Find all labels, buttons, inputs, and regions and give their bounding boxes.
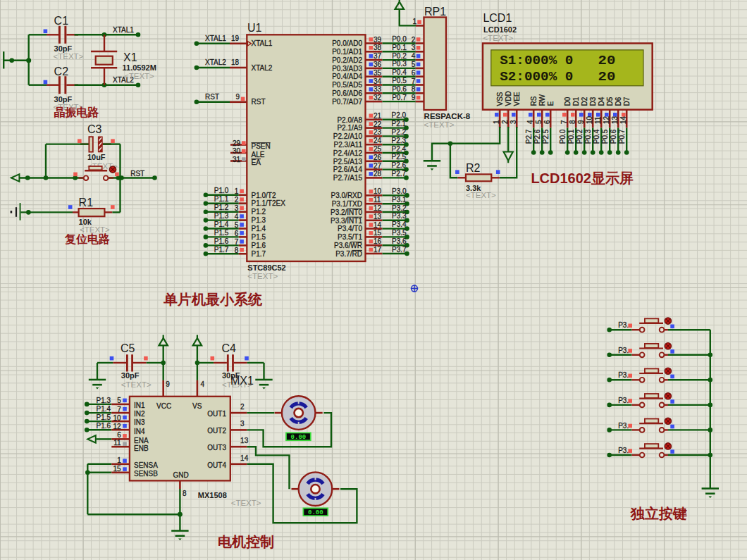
svg-text:P0.3/AD3: P0.3/AD3 [332, 65, 362, 73]
svg-text:5: 5 [117, 397, 121, 404]
svg-text:7: 7 [117, 406, 121, 413]
svg-text:P3.: P3. [618, 371, 629, 379]
svg-text:GND: GND [173, 471, 189, 479]
svg-text:P3.5/T1: P3.5/T1 [338, 233, 362, 241]
svg-text:P1.1/T2EX: P1.1/T2EX [252, 199, 286, 207]
svg-text:P0.3: P0.3 [584, 129, 592, 144]
svg-text:C4: C4 [222, 342, 237, 354]
svg-text:8: 8 [183, 490, 187, 497]
svg-text:SENSA: SENSA [134, 461, 158, 469]
svg-text:P0.4: P0.4 [593, 129, 600, 144]
svg-text:P3.0/RXD: P3.0/RXD [331, 192, 362, 199]
svg-text:P3.: P3. [618, 321, 629, 329]
svg-text:P1.0/T2: P1.0/T2 [252, 192, 276, 199]
svg-text:P2.4: P2.4 [392, 145, 407, 153]
svg-text:2: 2 [235, 196, 239, 204]
svg-text:P0.3: P0.3 [392, 60, 407, 68]
svg-text:RS: RS [530, 96, 538, 106]
svg-text:P2.6/A14: P2.6/A14 [333, 166, 363, 173]
svg-text:1: 1 [235, 187, 239, 195]
svg-text:P2.0/A8: P2.0/A8 [337, 116, 362, 124]
svg-text:R2: R2 [466, 162, 481, 174]
svg-text:22: 22 [374, 120, 382, 128]
svg-text:1: 1 [493, 120, 500, 124]
svg-text:4: 4 [412, 52, 416, 60]
svg-text:D6: D6 [615, 97, 622, 106]
svg-text:OUT4: OUT4 [207, 461, 226, 469]
svg-text:P3.: P3. [618, 347, 629, 354]
svg-text:PSEN: PSEN [252, 142, 271, 150]
svg-text:P1.4: P1.4 [252, 225, 266, 232]
svg-text:25: 25 [374, 145, 382, 153]
svg-text:P0.1: P0.1 [567, 129, 575, 144]
svg-text:21: 21 [374, 112, 382, 120]
svg-text:VS: VS [192, 402, 202, 410]
svg-text:15: 15 [374, 229, 382, 237]
svg-text:10: 10 [374, 187, 382, 195]
svg-text:P2.5/A13: P2.5/A13 [333, 158, 363, 166]
svg-text:P0.7: P0.7 [392, 94, 407, 101]
svg-text:32: 32 [374, 94, 382, 101]
svg-text:P1.7: P1.7 [252, 250, 266, 258]
svg-text:6: 6 [412, 69, 416, 77]
svg-text:P0.2: P0.2 [392, 52, 407, 60]
svg-text:U1: U1 [247, 22, 262, 34]
svg-text:3: 3 [412, 44, 416, 51]
svg-text:P2.1: P2.1 [392, 120, 407, 127]
svg-text:P2.7: P2.7 [392, 170, 407, 178]
svg-text:复位电路: 复位电路 [64, 232, 110, 245]
svg-text:P1.7: P1.7 [214, 246, 229, 254]
svg-text:<TEXT>: <TEXT> [121, 380, 152, 389]
svg-text:D3: D3 [589, 97, 597, 106]
svg-text:ALE: ALE [252, 151, 265, 158]
svg-text:P1.4: P1.4 [97, 405, 111, 413]
svg-text:6: 6 [117, 431, 121, 439]
svg-text:7: 7 [235, 238, 239, 246]
svg-text:P1.6: P1.6 [252, 242, 266, 249]
svg-text:9: 9 [166, 380, 170, 388]
svg-text:P3.5: P3.5 [392, 229, 407, 237]
svg-text:LCD1602显示屏: LCD1602显示屏 [531, 170, 634, 186]
svg-text:D0: D0 [564, 97, 572, 106]
svg-text:XTAL2: XTAL2 [205, 58, 226, 66]
svg-text:P0.4: P0.4 [392, 68, 407, 76]
svg-text:13: 13 [611, 116, 619, 124]
svg-text:39: 39 [374, 36, 382, 44]
svg-text:RP1: RP1 [424, 6, 446, 18]
svg-text:8: 8 [412, 85, 416, 93]
svg-text:P0.0: P0.0 [559, 129, 567, 144]
svg-text:P1.6: P1.6 [97, 422, 111, 430]
svg-text:R1: R1 [79, 197, 94, 209]
svg-text:35: 35 [374, 69, 382, 77]
svg-text:P3.4: P3.4 [392, 220, 407, 228]
svg-text:20: 20 [598, 53, 616, 68]
svg-text:E: E [547, 101, 555, 106]
svg-text:P0.6/AD6: P0.6/AD6 [332, 89, 362, 97]
svg-text:10uF: 10uF [87, 153, 106, 161]
svg-text:VCC: VCC [156, 402, 171, 410]
svg-text:P1.3: P1.3 [97, 397, 111, 404]
svg-text:单片机最小系统: 单片机最小系统 [163, 292, 263, 307]
svg-text:P3.: P3. [618, 447, 629, 454]
svg-text:ENA: ENA [134, 437, 149, 444]
svg-text:P0.4/AD4: P0.4/AD4 [332, 73, 362, 80]
svg-text:P2.4/A12: P2.4/A12 [333, 149, 363, 157]
svg-text:C3: C3 [87, 123, 102, 135]
svg-text:11: 11 [594, 116, 602, 124]
svg-text:OUT3: OUT3 [207, 444, 226, 452]
svg-text:P1.3: P1.3 [214, 212, 229, 220]
svg-text:14: 14 [374, 221, 382, 229]
svg-text:VDD: VDD [505, 91, 512, 106]
svg-text:IN1: IN1 [134, 402, 145, 409]
svg-text:P0.5: P0.5 [601, 129, 609, 144]
svg-text:28: 28 [374, 170, 382, 178]
svg-text:5: 5 [412, 61, 416, 68]
svg-text:14: 14 [240, 454, 249, 462]
svg-text:P0.7/AD7: P0.7/AD7 [332, 98, 362, 106]
svg-text:X1: X1 [123, 51, 137, 63]
svg-text:D2: D2 [581, 97, 588, 106]
svg-text:P1.6: P1.6 [214, 237, 229, 245]
svg-text:3: 3 [235, 204, 239, 212]
svg-text:P0.6: P0.6 [392, 85, 407, 93]
svg-text:P3.1: P3.1 [392, 196, 407, 204]
